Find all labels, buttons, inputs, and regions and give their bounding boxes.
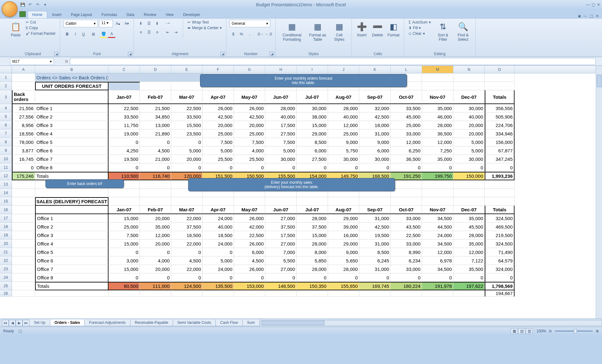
cell[interactable]: 71,490 <box>485 248 515 256</box>
cell[interactable]: 40,000 <box>453 113 485 121</box>
cell[interactable] <box>422 197 453 206</box>
row-header-12[interactable]: 12 <box>0 172 12 180</box>
tab-nav-first-icon[interactable]: ⏮ <box>2 320 9 326</box>
col-header-D[interactable]: D <box>140 66 171 73</box>
cell[interactable] <box>453 197 485 206</box>
cell[interactable]: 153,000 <box>234 282 265 290</box>
cell[interactable]: 324,500 <box>485 214 515 223</box>
cell[interactable]: 0 <box>297 163 328 172</box>
col-header-A[interactable]: A <box>12 66 35 73</box>
cell[interactable]: 16,745 <box>12 155 35 163</box>
sheet-tab-forecast-adj[interactable]: Forecast-Adjustments <box>84 319 130 326</box>
formula-bar[interactable] <box>70 58 596 65</box>
cell[interactable]: 27,000 <box>265 265 297 273</box>
sheet-tab-summary[interactable]: Sum <box>242 319 260 326</box>
cell[interactable]: 135,500 <box>203 282 234 290</box>
row-header-11[interactable]: 11 <box>0 163 12 172</box>
cell[interactable]: 12,000 <box>422 248 453 256</box>
cell[interactable]: 169,745 <box>359 282 391 290</box>
cell[interactable] <box>35 189 108 197</box>
cell[interactable]: 26,000 <box>234 240 265 248</box>
cut-button[interactable]: ✂Cut <box>24 20 57 25</box>
cell[interactable] <box>140 189 171 197</box>
cell[interactable]: Jun-07 <box>265 206 297 214</box>
cell[interactable]: 28,000 <box>265 104 297 113</box>
cell[interactable]: 9,000 <box>328 138 359 146</box>
cell[interactable]: 0 <box>453 163 485 172</box>
cell[interactable]: 3,000 <box>108 256 140 265</box>
cell[interactable]: 0 <box>203 248 234 256</box>
alignment-dialog-launcher[interactable]: ◢ <box>220 52 225 56</box>
cell[interactable]: 4,500 <box>234 256 265 265</box>
cell[interactable]: Aug-07 <box>328 206 359 214</box>
name-box[interactable]: M27▾ <box>10 58 54 65</box>
cell[interactable]: 5,000 <box>171 146 203 155</box>
row-header-3[interactable]: 3 <box>0 90 12 104</box>
row-header-15[interactable]: 15 <box>0 197 12 206</box>
select-all-corner[interactable] <box>0 66 12 73</box>
cell[interactable]: 11,750 <box>108 121 140 129</box>
col-header-I[interactable]: I <box>297 66 328 73</box>
cell[interactable] <box>140 290 171 297</box>
tab-pagelayout[interactable]: Page Layout <box>66 11 96 18</box>
cell[interactable]: 29,000 <box>297 129 328 138</box>
cell[interactable]: 16,000 <box>328 231 359 240</box>
cell[interactable]: 22,500 <box>108 104 140 113</box>
cell[interactable]: 39,000 <box>328 223 359 231</box>
delete-cells-button[interactable]: ➖Delete <box>371 20 384 39</box>
cell[interactable] <box>391 180 422 189</box>
cell[interactable]: 0 <box>12 163 35 172</box>
cell[interactable] <box>453 290 485 297</box>
cell[interactable]: 18,556 <box>12 129 35 138</box>
border-button[interactable]: ⊞ <box>90 30 97 38</box>
cell[interactable]: Dec-07 <box>453 206 485 214</box>
italic-button[interactable]: I <box>71 30 79 38</box>
cell[interactable]: 148,500 <box>265 282 297 290</box>
col-header-L[interactable]: L <box>391 66 422 73</box>
cell[interactable]: 0 <box>265 273 297 282</box>
cell[interactable]: 28,000 <box>453 231 485 240</box>
cell[interactable]: 64,579 <box>485 256 515 265</box>
cell[interactable]: 26,000 <box>234 265 265 273</box>
cell[interactable]: 6,000 <box>234 248 265 256</box>
cell[interactable]: 18,000 <box>359 121 391 129</box>
font-name-select[interactable]: Calibri▾ <box>63 20 98 27</box>
cell[interactable]: 40,000 <box>203 223 234 231</box>
col-header-E[interactable]: E <box>171 66 203 73</box>
row-header-4[interactable]: 4 <box>0 104 12 113</box>
cell[interactable]: 29,000 <box>328 214 359 223</box>
cell[interactable]: 37,500 <box>171 223 203 231</box>
cell[interactable]: 12,000 <box>453 248 485 256</box>
cell[interactable]: Nov-07 <box>422 90 453 104</box>
cell[interactable]: 0 <box>171 273 203 282</box>
cell[interactable]: 6,234 <box>391 256 422 265</box>
cell[interactable]: Oct-07 <box>391 206 422 214</box>
col-header-N[interactable]: N <box>453 66 485 73</box>
normal-view-icon[interactable]: ▦ <box>511 328 518 334</box>
cell[interactable]: 15,500 <box>171 121 203 129</box>
cell[interactable]: 13,000 <box>140 121 171 129</box>
cell[interactable]: 4,500 <box>140 146 171 155</box>
cell[interactable]: 20,000 <box>453 121 485 129</box>
help-icon[interactable]: ◉ <box>578 14 581 18</box>
cell[interactable]: 42,500 <box>234 113 265 121</box>
cell[interactable] <box>328 290 359 297</box>
row-header-5[interactable]: 5 <box>0 113 12 121</box>
cell[interactable]: 219,500 <box>485 231 515 240</box>
cell[interactable]: 0 <box>108 138 140 146</box>
format-cells-button[interactable]: ◧Format <box>386 20 401 39</box>
cell[interactable]: 35,000 <box>453 214 485 223</box>
cell[interactable]: 28,000 <box>422 121 453 129</box>
cell[interactable]: Jul-07 <box>297 206 328 214</box>
row-header-10[interactable]: 10 <box>0 155 12 163</box>
cell[interactable]: 0 <box>140 248 171 256</box>
cell[interactable]: 1,993,236 <box>485 172 515 180</box>
cell[interactable]: 224,706 <box>485 121 515 129</box>
cell[interactable]: 21,556 <box>12 104 35 113</box>
sort-filter-button[interactable]: ⇅Sort & Filter <box>434 20 452 43</box>
cell[interactable]: 34,850 <box>140 113 171 121</box>
cell[interactable]: SALES (DELIVERY) FORECAST <box>35 197 108 206</box>
cell[interactable]: 4,000 <box>234 146 265 155</box>
cell[interactable]: 36,500 <box>422 129 453 138</box>
cell[interactable]: 324,000 <box>485 265 515 273</box>
